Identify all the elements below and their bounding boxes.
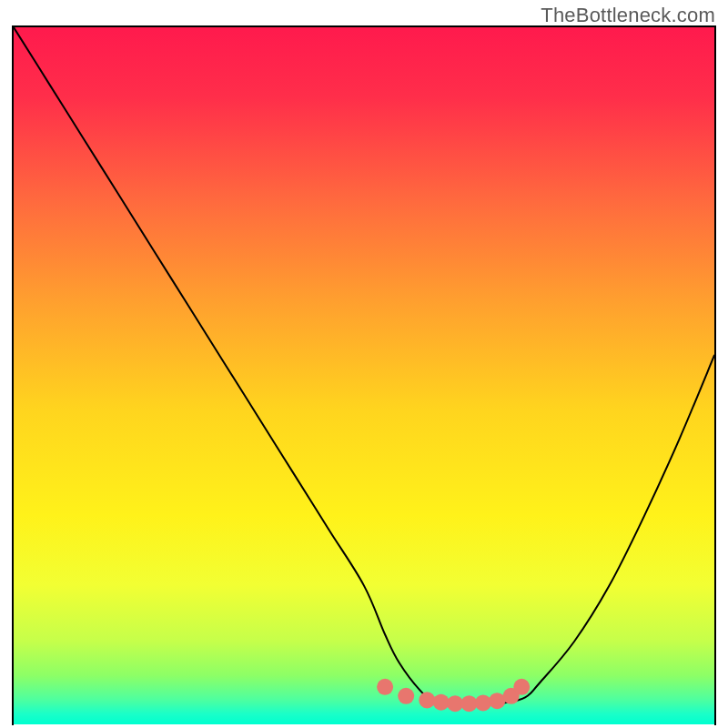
plot-frame bbox=[12, 25, 716, 725]
marker-dot bbox=[513, 679, 530, 695]
marker-dot bbox=[419, 692, 435, 708]
marker-dot bbox=[447, 695, 463, 712]
marker-dot bbox=[461, 695, 478, 712]
curve-layer bbox=[14, 27, 714, 725]
marker-dot bbox=[398, 688, 414, 704]
bottleneck-curve bbox=[14, 27, 714, 704]
chart-container: TheBottleneck.com bbox=[0, 0, 728, 728]
marker-dot bbox=[475, 694, 491, 711]
highlighted-range-markers bbox=[377, 679, 530, 712]
marker-dot bbox=[377, 679, 393, 695]
attribution-label: TheBottleneck.com bbox=[541, 4, 715, 27]
marker-dot bbox=[489, 693, 505, 709]
marker-dot bbox=[433, 694, 450, 711]
